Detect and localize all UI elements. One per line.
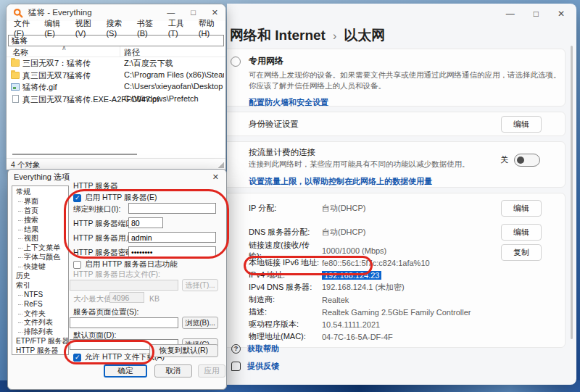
toggle-knob [517,157,524,164]
menu-tools[interactable]: 工具(T) [164,18,194,38]
http-port-input[interactable] [128,217,163,228]
everything-options-dialog: Everything 选项 ✕ 常规 界面 首页 搜索 结果 视图 上下文菜单 … [7,169,227,390]
menu-file[interactable]: 文件(F) [9,18,40,38]
minimize-icon[interactable]: — [506,9,515,18]
tree-item-general[interactable]: 常规 [12,188,68,197]
file-path: C:\Program Files (x86)\Steam\steam [124,70,224,79]
tree-item-context-menu[interactable]: 上下文菜单 [12,243,68,253]
metered-toggle[interactable] [514,154,540,167]
maximize-icon[interactable]: □ [534,9,539,18]
chevron-right-icon: › [333,30,336,43]
give-feedback-label: 提供反馈 [247,361,279,372]
tree-item-refs[interactable]: ReFS [12,300,68,309]
http-username-input[interactable] [128,232,216,243]
property-value: 04-7C-16-5A-DF-4F [322,333,393,341]
everything-app-icon [13,8,23,18]
enable-http-server-checkbox[interactable]: 启用 HTTP 服务器(E) [73,193,157,203]
tree-item-view[interactable]: 视图 [12,234,68,243]
menu-edit[interactable]: 编辑(E) [40,18,71,38]
resize-grip[interactable] [218,162,224,168]
ok-button[interactable]: 确定 [104,364,147,378]
property-label: 描述: [249,306,322,317]
tree-item-history[interactable]: 历史 [12,272,68,281]
restore-defaults-button[interactable]: 恢复到默认(R) [149,344,218,357]
file-row[interactable]: 猛将传.gif C:\Users\xieyaofan\Desktop [7,81,225,93]
tree-item-exclude[interactable]: 排除列表 [12,328,68,337]
horizontal-scrollbar[interactable] [12,154,137,155]
column-header-path[interactable]: 路径 [124,47,140,58]
tree-item-folders[interactable]: 文件夹 [12,309,68,319]
ipv4-address-value-selected[interactable]: 192.168.124.23 [322,271,381,280]
column-header-name[interactable]: 名称 [12,47,28,58]
settings-scrollbar[interactable] [571,46,573,339]
screen: — □ ✕ 网络和 Internet › 以太网 专用网络 可在网络上发现你的设… [0,0,580,392]
network-profile-card: 专用网络 可在网络上发现你的设备。如果需要文件共享或使用通过此网络通信的应用，请… [227,49,566,107]
maximize-icon[interactable]: □ [191,9,196,17]
property-row-description: 描述: Realtek Gaming 2.5GbE Family Control… [249,306,556,318]
tree-item-interface[interactable]: 界面 [12,197,68,207]
tree-item-fonts-colors[interactable]: 字体与颜色 [12,253,68,262]
file-name: 三国无双7：猛将传 [22,58,91,69]
close-icon[interactable]: ✕ [558,9,565,18]
cancel-button[interactable]: 取消 [154,364,192,378]
property-value: Realtek Gaming 2.5GbE Family Controller [322,308,471,317]
checkbox-checked-icon [73,194,81,202]
minimize-icon[interactable]: — [167,9,175,17]
file-row[interactable]: 真三国无双7猛将传.EXE-A2FFC047.pf C:\Windows\Pre… [7,93,225,106]
ip-edit-button[interactable]: 编辑 [501,200,542,217]
file-path: C:\Windows\Prefetch [124,94,224,103]
breadcrumb-network-internet[interactable]: 网络和 Internet [230,26,326,45]
server-pages-input[interactable] [70,317,178,328]
tree-item-http-server[interactable]: HTTP 服务器 [12,346,68,355]
column-divider[interactable] [120,46,120,57]
dns-edit-button[interactable]: 编辑 [501,224,542,241]
bind-interface-input[interactable] [128,203,216,214]
tree-item-file-lists[interactable]: 文件列表 [12,318,68,328]
enable-http-log-checkbox[interactable]: 启用 HTTP 服务器日志功能 [73,259,178,270]
auth-edit-button[interactable]: 编辑 [501,116,542,133]
tree-item-index[interactable]: 索引 [12,281,68,291]
get-help-link[interactable]: ? 获取帮助 [231,340,279,357]
property-label: DNS 服务器分配: [249,227,322,238]
menu-view[interactable]: 视图(V) [71,18,102,38]
file-row[interactable]: 真三国无双7猛将传 C:\Program Files (x86)\Steam\s… [7,70,225,82]
give-feedback-link[interactable]: 提供反馈 [231,357,279,375]
property-label: 本地链接 IPv6 地址: [249,257,322,268]
http-password-input[interactable] [128,246,216,257]
menu-bookmarks[interactable]: 书签(B) [133,18,164,38]
property-row-ipv4-dns: IPv4 DNS 服务器: 192.168.124.1 (未加密) [249,281,556,293]
file-name: 真三国无双7猛将传 [22,70,91,81]
data-limit-link[interactable]: 设置流量上限，以帮助控制在此网络上的数据使用量 [249,176,432,187]
menu-help[interactable]: 帮助(H) [194,18,225,38]
private-network-radio[interactable] [231,57,241,67]
property-label: 驱动程序版本: [249,319,322,330]
menu-search[interactable]: 搜索(S) [102,18,133,38]
browse-button[interactable]: 浏览(B)... [182,317,218,329]
property-row-driver-version: 驱动程序版本: 10.54.1111.2021 [249,318,556,330]
panel-title: HTTP 服务器 [73,181,118,191]
breadcrumb-ethernet: 以太网 [344,26,385,45]
tree-item-results[interactable]: 结果 [12,225,68,235]
checkbox-label: 启用 HTTP 服务器(E) [85,193,157,203]
tree-item-home[interactable]: 首页 [12,207,68,216]
http-server-panel: HTTP 服务器 启用 HTTP 服务器(E) 绑定到接口(I): HTTP 服… [72,181,223,359]
close-icon[interactable]: ✕ [212,9,218,17]
menu-bar: 文件(F) 编辑(E) 视图(V) 搜索(S) 书签(B) 工具(T) 帮助(H… [7,21,225,34]
tree-item-ntfs[interactable]: NTFS [12,291,68,300]
close-icon[interactable]: ✕ [212,172,219,182]
copy-button[interactable]: 复制 [501,244,542,261]
file-row[interactable]: 三国无双7：猛将传 Z:\百度云下载 [7,57,225,70]
everything-window: 猛将 - Everything — □ ✕ 文件(F) 编辑(E) 视图(V) … [6,4,226,170]
breadcrumb: 网络和 Internet › 以太网 [230,26,576,45]
window-title: 猛将 - Everything [28,7,92,18]
file-path: C:\Users\xieyaofan\Desktop [124,82,224,91]
firewall-settings-link[interactable]: 配置防火墙和安全设置 [249,97,328,108]
settings-window: — □ ✕ 网络和 Internet › 以太网 专用网络 可在网络上发现你的设… [227,4,576,385]
tree-item-shortcuts[interactable]: 快捷键 [12,262,68,272]
tree-item-search[interactable]: 搜索 [12,216,68,225]
tree-item-etp-ftp-server[interactable]: ETP/FTP 服务器 [12,337,68,346]
http-log-file-input [70,280,178,291]
apply-button: 应用 [198,364,225,378]
property-row-manufacturer: 制造商: Realtek [249,293,556,306]
property-label: 制造商: [249,294,322,305]
